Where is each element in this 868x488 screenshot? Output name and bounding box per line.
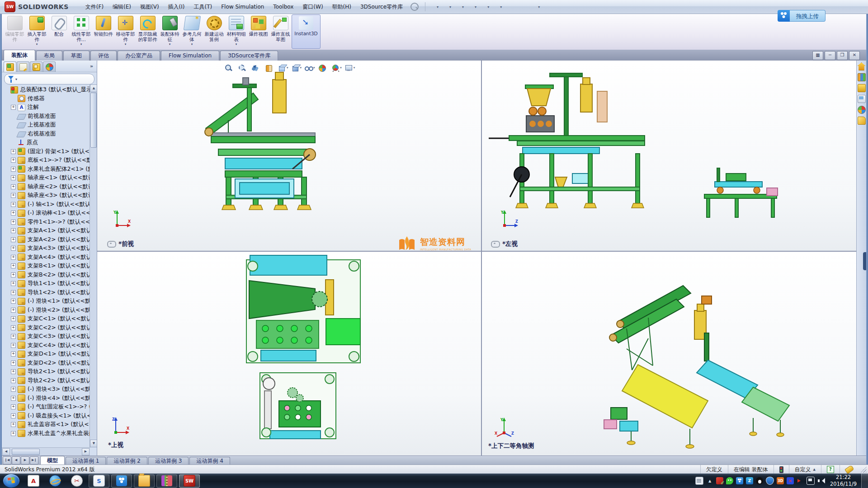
ribbon-button[interactable]: 编辑零部件 ▾ (4, 14, 26, 49)
tree-item[interactable]: + 支架C<4> (默认<<默认>_ (2, 341, 90, 350)
expand-icon[interactable]: + (11, 290, 16, 295)
view-tool-button[interactable]: ▾ (225, 64, 235, 72)
tree-item[interactable]: + 总装配体3 (默认<默认_显示状 (2, 85, 90, 94)
tree-filter[interactable]: ▾ (4, 74, 94, 84)
volume-tray-icon[interactable] (817, 477, 825, 484)
viewport-top[interactable]: Z X *上视 (97, 252, 481, 455)
tree-item[interactable]: + 支架B<1> (默认<<默认>_ (2, 262, 90, 271)
network-tray-icon[interactable] (807, 477, 815, 485)
tree-item[interactable]: + (-) 滑块<3> (默认<<默认> (2, 385, 90, 394)
expand-icon[interactable]: + (11, 149, 16, 154)
ribbon-button[interactable]: 新建运动算例 ▾ (203, 14, 225, 49)
taskbar-app-button[interactable]: S (89, 474, 109, 488)
keyboard-tray-icon[interactable] (695, 477, 703, 485)
tab-property-manager[interactable] (17, 61, 29, 72)
tree-item[interactable]: + 轴承座<1> (默认<<默认>_ (2, 174, 90, 183)
3d-tray-icon[interactable]: 3D (777, 477, 784, 484)
ribbon-tab[interactable]: Flow Simulation (161, 51, 219, 61)
tree-scrollbar[interactable]: ▲ ▼ (90, 84, 97, 447)
quick-tips-icon[interactable]: ? (827, 466, 834, 473)
show-hidden-icons-arrow[interactable]: ▲ (706, 477, 713, 484)
view-tool-button[interactable]: ▾ (305, 64, 315, 72)
security-shield-tray-icon[interactable] (766, 477, 774, 485)
qq-tray-icon[interactable] (756, 477, 763, 484)
panel-tabs-overflow[interactable]: » (90, 63, 93, 69)
taskbar-app-button[interactable]: ✂ (67, 475, 87, 487)
filter-dropdown-caret[interactable]: ▾ (15, 77, 17, 81)
scroll-down-icon[interactable]: ▼ (90, 440, 97, 447)
expand-icon[interactable]: + (11, 431, 16, 436)
tree-item[interactable]: + 支架D<1> (默认<<默认>_ (2, 350, 90, 359)
model-tab[interactable]: 运动算例 4 (189, 457, 230, 465)
menu-item[interactable]: 3DSource零件库 (356, 2, 407, 12)
expand-icon[interactable]: + (11, 193, 16, 198)
tree-item[interactable]: + 导轨1<1> (默认<<默认>_! (2, 279, 90, 288)
ribbon-tab[interactable]: 草图 (63, 51, 90, 61)
doc-close-button[interactable]: ✕ (849, 51, 860, 60)
tree-item[interactable]: + 支架C<3> (默认<<默认>_ (2, 332, 90, 341)
menu-item[interactable]: Toolbox (269, 2, 297, 11)
tree-item[interactable]: + 注解 (2, 103, 90, 112)
taskbar-app-button[interactable] (45, 475, 65, 487)
model-tab[interactable]: 模型 (40, 456, 65, 465)
menu-item[interactable]: 编辑(E) (108, 2, 135, 12)
tree-item[interactable]: + 导轨1<2> (默认<<默认>_! (2, 288, 90, 297)
menu-item[interactable]: 工具(T) (190, 2, 217, 12)
model-tab[interactable]: 运动算例 2 (107, 457, 147, 465)
ribbon-button[interactable]: 移动零部件 ▾ (114, 14, 137, 49)
ribbon-tab[interactable]: 3DSource零件库 (220, 51, 278, 61)
menu-item[interactable]: 视图(V) (136, 2, 163, 12)
tree-item[interactable]: + 支架C<2> (默认<<默认>_ (2, 324, 90, 333)
expand-icon[interactable]: + (11, 369, 16, 374)
taskbar-clock[interactable]: 21:22 2016/11/9 (830, 474, 857, 488)
bug-tray-icon[interactable] (787, 477, 794, 484)
expand-icon[interactable]: + (11, 396, 16, 401)
first-tab-icon[interactable]: ❙◀ (3, 456, 11, 465)
upload-overlay[interactable]: 拖拽上传 (778, 10, 826, 22)
scroll-left-icon[interactable]: ◀ (2, 448, 10, 455)
quick-access-button[interactable]: ▾ (504, 2, 515, 11)
next-tab-icon[interactable]: ▶ (21, 456, 29, 465)
expand-icon[interactable]: + (11, 361, 16, 366)
netdisk-tray-icon[interactable] (736, 477, 743, 484)
tree-item[interactable]: + 导轨2<1> (默认<<默认>_! (2, 367, 90, 376)
tree-item[interactable]: + 支架A<2> (默认<<默认>_ (2, 235, 90, 244)
tree-item[interactable]: + 导轨2<2> (默认<<默认>_! (2, 376, 90, 385)
quick-access-button[interactable]: ▾ (441, 2, 452, 11)
taskbar-app-button[interactable]: SW (179, 474, 200, 488)
expand-icon[interactable]: + (11, 175, 16, 180)
quick-tips[interactable]: ? (821, 465, 840, 474)
ribbon-button[interactable]: 显示隐藏的零部件 ▾ (137, 14, 159, 49)
tree-item[interactable]: + 支架A<3> (默认<<默认>_ (2, 244, 90, 253)
tree-item[interactable]: + 水果礼盒装配体2<1> (默认 (2, 165, 90, 174)
quick-access-button[interactable]: ▾ (479, 2, 490, 11)
tree-item[interactable]: + 支架C<1> (默认<<默认>_ (2, 314, 90, 324)
expand-icon[interactable]: + (11, 413, 16, 418)
sogou-tray-icon[interactable]: Z (746, 477, 753, 484)
tree-item[interactable]: + 轴承座<2> (默认<<默认>_ (2, 183, 90, 192)
expand-icon[interactable]: + (11, 343, 16, 348)
tree-item[interactable]: + (-) 滑块<1> (默认<<默认> (2, 297, 90, 306)
taskbar-app-button[interactable] (111, 474, 132, 488)
ribbon-tab[interactable]: 办公室产品 (118, 51, 160, 61)
ribbon-button[interactable]: 爆炸视图 ▾ (247, 14, 269, 49)
tree-item[interactable]: + 水果礼盒盖^水果礼盒装配 (2, 429, 90, 438)
view-palette-icon[interactable] (858, 95, 866, 103)
expand-icon[interactable]: + (11, 272, 16, 277)
prev-tab-icon[interactable]: ◀ (12, 456, 20, 465)
expand-icon[interactable]: + (11, 299, 16, 304)
view-tool-button[interactable]: ▾ (345, 64, 355, 72)
quick-access-button[interactable]: ▾ (453, 2, 465, 11)
ribbon-button[interactable]: 装配体特征 ▾ (159, 14, 181, 49)
tree-item[interactable]: + (固定) 骨架<1> (默认<默认 (2, 147, 90, 156)
tree-item[interactable]: + 支架A<1> (默认<<默认>_ (2, 226, 90, 235)
expand-icon[interactable]: + (11, 202, 16, 207)
tree-item[interactable]: + (-) 滑块<4> (默认<<默认> (2, 394, 90, 403)
custom-properties-icon[interactable] (858, 117, 866, 125)
model-tab[interactable]: 运动算例 3 (148, 457, 189, 465)
expand-icon[interactable]: + (11, 387, 16, 392)
file-explorer-pane-icon[interactable] (858, 84, 866, 92)
tree-item[interactable]: + (-) 轴<1> (默认<<默认>_! (2, 200, 90, 209)
expand-icon[interactable]: + (11, 228, 16, 233)
solidworks-tray-icon[interactable] (716, 477, 723, 484)
